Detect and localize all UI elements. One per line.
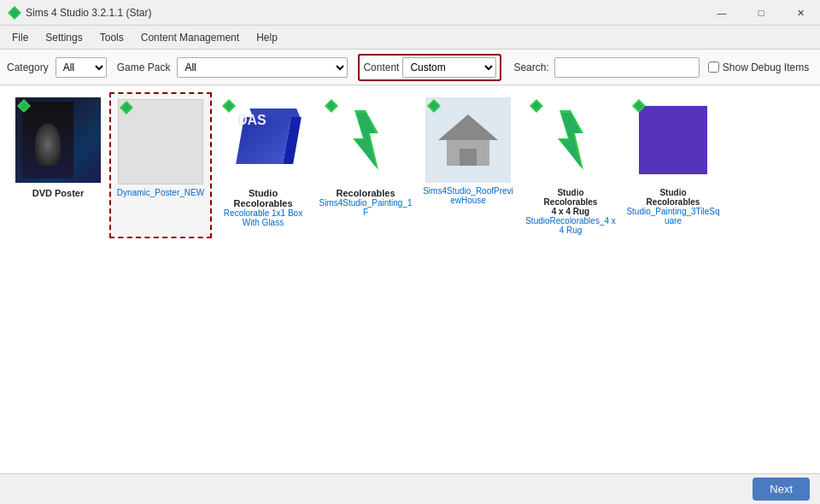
grid-item-das-box[interactable]: DAS StudioRecolorables Recolorable 1x1 B… (212, 92, 314, 238)
s4s-painting-title: Recolorables (336, 188, 395, 198)
rug-filename: StudioRecolorables_4 x 4 Rug (524, 216, 618, 235)
rug-title: StudioRecolorables4 x 4 Rug (544, 188, 598, 216)
content-area: DVD Poster Dynamic_Poster_NEW (0, 85, 820, 473)
svg-marker-1 (9, 8, 20, 18)
rug-thumb (528, 97, 613, 183)
grid-item-roof-preview[interactable]: Sims4Studio_RoofPreviewHouse (417, 92, 519, 238)
grid-item-dynamic-poster[interactable]: Dynamic_Poster_NEW (109, 92, 212, 238)
title-bar: Sims 4 Studio 3.2.1.1 (Star) — □ ✕ (0, 0, 820, 26)
content-box: Content Custom Maxis All (358, 54, 501, 81)
search-input[interactable] (554, 57, 700, 78)
s4s-painting-thumb (323, 97, 408, 183)
menu-settings[interactable]: Settings (37, 28, 91, 47)
sims-diamond-icon (220, 97, 237, 114)
toolbar: Category All Game Pack All Content Custo… (0, 50, 820, 85)
menu-tools[interactable]: Tools (91, 28, 132, 47)
tile-square-filename: Studio_Painting_3TileSquare (626, 207, 720, 226)
status-bar: Next (0, 473, 820, 504)
sims-diamond-icon (425, 97, 442, 114)
title-bar-text: Sims 4 Studio 3.2.1.1 (Star) (26, 7, 151, 19)
debug-label: Show Debug Items (723, 62, 809, 73)
content-select[interactable]: Custom Maxis All (402, 57, 496, 78)
menu-bar: File Settings Tools Content Management H… (0, 26, 820, 50)
dvd-poster-title: DVD Poster (32, 188, 85, 198)
window-controls: — □ ✕ (702, 0, 820, 26)
roof-preview-thumb (425, 97, 511, 183)
das-box-title: StudioRecolorables (233, 188, 292, 208)
dynamic-poster-thumb (118, 99, 203, 185)
sims-diamond-icon (118, 99, 135, 116)
grid-item-s4s-painting[interactable]: Recolorables Sims4Studio_Painting_1F (314, 92, 417, 238)
dvd-poster-thumb (15, 97, 101, 183)
tile-square-thumb (630, 97, 716, 183)
debug-wrapper: Show Debug Items (708, 62, 809, 73)
debug-checkbox[interactable] (708, 62, 719, 73)
close-button[interactable]: ✕ (781, 0, 820, 26)
sims-diamond-icon (630, 97, 647, 114)
menu-content-management[interactable]: Content Management (132, 28, 248, 47)
maximize-button[interactable]: □ (741, 0, 781, 26)
search-label: Search: (513, 62, 548, 73)
menu-file[interactable]: File (3, 28, 37, 47)
gamepack-label: Game Pack (117, 62, 171, 73)
tile-square-title: StudioRecolorables (647, 188, 700, 207)
dynamic-poster-filename: Dynamic_Poster_NEW (117, 188, 204, 197)
roof-preview-filename: Sims4Studio_RoofPreviewHouse (421, 186, 515, 205)
menu-help[interactable]: Help (248, 28, 286, 47)
category-label: Category (7, 62, 49, 73)
minimize-button[interactable]: — (702, 0, 741, 26)
s4s-painting-filename: Sims4Studio_Painting_1F (319, 198, 413, 217)
das-box-image: DAS (229, 106, 297, 174)
svg-rect-16 (460, 149, 477, 166)
content-label: Content (363, 62, 399, 73)
gamepack-select[interactable]: All (177, 57, 348, 78)
grid-item-rug[interactable]: StudioRecolorables4 x 4 Rug StudioRecolo… (519, 92, 622, 238)
sims-diamond-icon (323, 97, 340, 114)
das-box-thumb: DAS (220, 97, 306, 183)
das-box-filename: Recolorable 1x1 Box With Glass (216, 208, 310, 227)
grid-item-tile-square[interactable]: StudioRecolorables Studio_Painting_3Tile… (622, 92, 724, 238)
tile-square-image (639, 106, 707, 174)
grid-item-dvd-poster[interactable]: DVD Poster (7, 92, 109, 238)
rug-image (536, 106, 605, 174)
sims-diamond-icon (528, 97, 545, 114)
category-select[interactable]: All (56, 57, 107, 78)
sims-diamond-icon (15, 97, 32, 114)
svg-marker-14 (438, 114, 498, 140)
app-icon (7, 5, 22, 21)
next-button[interactable]: Next (753, 478, 810, 501)
